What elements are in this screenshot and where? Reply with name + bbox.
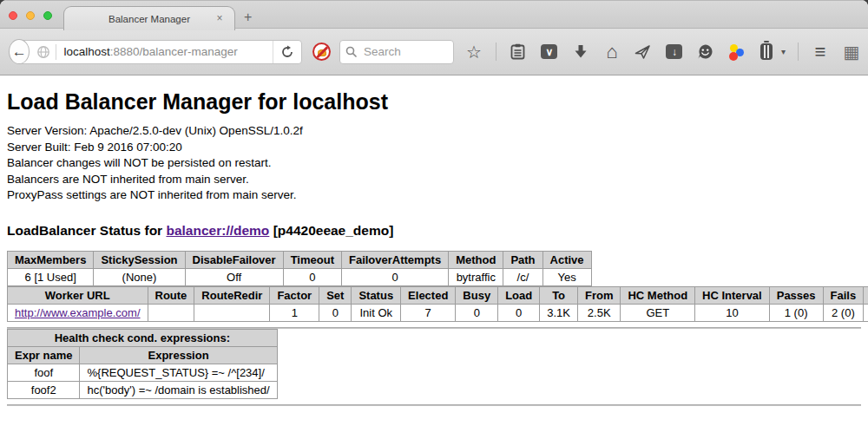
container-battery-icon [760,43,773,60]
failoverattempts-value: 0 [341,268,448,285]
table-header-row: Expr name Expression [8,346,278,364]
column-header: Passes [769,286,823,304]
bookmark-star-icon[interactable]: ☆ [464,43,483,62]
toolbar-separator [496,43,496,61]
tab-title: Balancer Manager [108,14,190,24]
chat-smiley-icon[interactable] [696,43,715,62]
route-value [148,304,194,321]
load-value: 0 [498,304,540,321]
menu-hamburger-icon[interactable]: ≡ [811,43,830,62]
column-header: Path [503,251,542,268]
set-value: 0 [319,304,352,321]
hc-interval-value: 10 [695,304,770,321]
home-icon[interactable]: ⌂ [602,43,621,62]
table-row: foof2 hc('body') =~ /domain is establish… [8,381,278,398]
persist-notice-line: Balancer changes will NOT be persisted o… [7,155,861,172]
method-value: bytraffic [449,268,503,285]
column-header: Expression [80,346,277,364]
close-tab-icon[interactable]: × [214,12,226,24]
passes-value: 1 (0) [769,304,823,321]
health-table-title: Health check cond. expressions: [8,329,278,346]
column-header: MaxMembers [8,251,94,268]
chevron-down-icon[interactable]: ▾ [781,47,786,56]
maxmembers-value: 6 [1 Used] [8,268,94,285]
back-arrow-icon: ← [12,43,27,61]
toolbar-icons: ☆ ∨ ⌂ [464,43,861,62]
send-plane-icon[interactable] [634,43,653,62]
balancer-settings-table: MaxMembers StickySession DisableFailover… [7,251,592,286]
timeout-value: 0 [283,268,341,285]
reload-button[interactable] [273,41,301,63]
from-value: 2.5K [577,304,621,321]
extension-dots-icon[interactable] [727,43,745,61]
grid-panel-icon[interactable]: ▦ [842,43,861,62]
navigation-toolbar: ← localhost:8880/balancer-manager [0,29,868,75]
video-download-arrow-icon: ↓ [666,44,682,59]
expression-value: %{REQUEST_STATUS} =~ /^[234]/ [80,364,277,381]
column-header: Load [498,286,540,304]
status-heading-prefix: LoadBalancer Status for [7,223,166,238]
new-tab-button[interactable]: + [244,10,252,25]
red-dot-icon [729,52,738,61]
pocket-icon[interactable]: ∨ [540,43,559,62]
container-icon[interactable] [757,43,776,62]
horizontal-rule [7,404,861,406]
status-value: Init Ok [352,304,401,321]
column-header: Busy [456,286,498,304]
column-header: DisableFailover [185,251,283,268]
url-bar[interactable]: localhost:8880/balancer-manager [16,40,302,64]
search-input[interactable] [362,44,440,59]
expr-name-value: foof [8,364,80,381]
column-header: Method [449,251,503,268]
column-header: Set [319,286,352,304]
search-icon [345,46,358,58]
page-title: Load Balancer Manager for localhost [7,89,861,115]
column-header: RouteRedir [194,286,270,304]
zoom-window-button[interactable] [43,11,52,20]
column-header: Elected [401,286,456,304]
pocket-chevron-icon: ∨ [541,44,557,59]
url-path: :8880/balancer-manager [110,45,238,58]
page-content: Load Balancer Manager for localhost Serv… [0,75,868,426]
downloads-icon[interactable] [571,43,590,62]
active-value: Yes [542,268,591,285]
prohibition-slash-icon [314,45,329,60]
health-check-table: Health check cond. expressions: Expr nam… [7,329,278,399]
column-header: Factor [270,286,319,304]
window-controls [9,11,52,20]
column-header: StickySession [94,251,185,268]
server-version-line: Server Version: Apache/2.5.0-dev (Unix) … [7,123,861,140]
column-header: Route [148,286,194,304]
clipboard-icon[interactable] [509,43,528,62]
busy-value: 0 [456,304,498,321]
table-title-row: Health check cond. expressions: [8,329,278,346]
elected-value: 7 [401,304,456,321]
worker-url-link[interactable]: http://www.example.com/ [15,306,141,319]
worker-row: http://www.example.com/ 1 0 Init Ok 7 0 … [8,304,868,321]
path-value: /c/ [503,268,542,285]
routeredir-value [194,304,270,321]
tab-balancer-manager[interactable]: Balancer Manager × [63,6,235,30]
balancers-notice-line: Balancers are NOT inherited from main se… [7,172,861,188]
video-download-icon[interactable]: ↓ [665,43,684,62]
toolbar-right-group: ≡ ▦ [798,43,861,62]
table-row: foof %{REQUEST_STATUS} =~ /^[234]/ [8,364,278,381]
column-header: HC Method [621,286,695,304]
server-built-line: Server Built: Feb 9 2016 07:00:20 [7,140,861,156]
toolbar-separator [798,43,799,61]
search-bar[interactable] [339,40,454,64]
column-header: From [577,286,621,304]
browser-window: Balancer Manager × + ← localhost:8880/ba… [0,0,868,426]
flash-blocked-icon[interactable] [312,43,331,61]
worker-status-table: Worker URL Route RouteRedir Factor Set S… [7,286,868,322]
globe-icon [36,45,50,59]
balancer-demo-link[interactable]: balancer://demo [166,223,269,238]
hc-uri-value [864,304,868,321]
column-header: Worker URL [8,286,148,304]
table-header-row: MaxMembers StickySession DisableFailover… [8,251,592,268]
disablefailover-value: Off [185,268,283,285]
close-window-button[interactable] [9,11,17,20]
minimize-window-button[interactable] [26,11,35,20]
server-info: Server Version: Apache/2.5.0-dev (Unix) … [7,123,861,204]
proxypass-notice-line: ProxyPass settings are NOT inherited fro… [7,187,861,204]
